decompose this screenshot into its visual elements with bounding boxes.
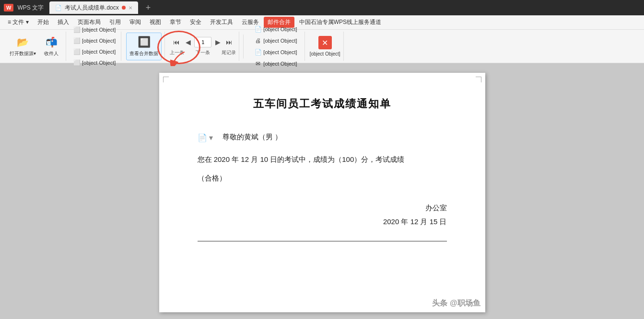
- watermark-text: 头条 @职场鱼: [432, 298, 480, 308]
- insert-next-icon: ⬜: [73, 37, 81, 44]
- merge-email-icon: ✉: [255, 60, 261, 67]
- toolbar: 📂 打开数据源▾ 📬 收件人 ⬜ [object Object] ⬜ [obje…: [0, 30, 644, 63]
- nav-controls-row: ⏮ ◀ ▶ ⏭: [171, 37, 234, 47]
- merge-new-doc-icon: 📄: [255, 26, 261, 33]
- close-button[interactable]: ✕: [318, 36, 332, 49]
- menu-file[interactable]: ≡ 文件 ▾: [4, 17, 33, 28]
- document-page: 五车间员工考试成绩通知单 📄 ▾ 尊敬的黄斌（男 ） 您在 2020 年 12 …: [159, 73, 485, 312]
- document-title: 五车间员工考试成绩通知单: [198, 97, 447, 111]
- menu-security[interactable]: 安全: [186, 17, 205, 28]
- menu-section[interactable]: 章节: [166, 17, 185, 28]
- next-item-label[interactable]: 下一条: [196, 49, 210, 56]
- tab-modified-dot: [122, 6, 126, 10]
- first-record-button[interactable]: ⏮: [171, 37, 182, 47]
- last-record-button[interactable]: ⏭: [224, 37, 234, 47]
- merge-new-doc-label: [object Object]: [263, 26, 297, 32]
- merge-area-shade-icon: ⬜: [73, 48, 81, 55]
- menu-view[interactable]: 视图: [146, 17, 165, 28]
- recipient-icon: 📄 ▾: [198, 131, 213, 145]
- footer-date: 2020 年 12 月 15 日: [198, 217, 447, 227]
- toolbar-group-view: 🔲 查看合并数据: [123, 32, 165, 61]
- merge-actions-group: 📄 [object Object] 🖨 [object Object] 📄 [o…: [250, 24, 301, 69]
- insert-field-group: ⬜ [object Object] ⬜ [object Object] ⬜ [o…: [71, 24, 118, 68]
- title-bar: W WPS 文字 📄 考试人员成绩单.docx ✕ +: [0, 0, 644, 15]
- toolbar-group-merge: 📄 [object Object] 🖨 [object Object] 📄 [o…: [247, 32, 304, 61]
- new-tab-button[interactable]: +: [146, 3, 151, 13]
- merge-print-label: [object Object]: [263, 38, 297, 44]
- merge-to-email-button[interactable]: ✉ [object Object]: [250, 58, 301, 69]
- merge-to-print-button[interactable]: 🖨 [object Object]: [250, 35, 301, 46]
- view-merge-data-label: 查看合并数据: [129, 50, 158, 57]
- open-data-source-button[interactable]: 📂 打开数据源▾: [7, 33, 39, 60]
- menu-insert[interactable]: 插入: [54, 17, 73, 28]
- insert-merge-field-icon: ⬜: [73, 26, 81, 33]
- view-merge-data-button[interactable]: 🔲 查看合并数据: [126, 33, 162, 60]
- recipient-text: 尊敬的黄斌（男 ）: [222, 130, 282, 143]
- title-bar-left: W WPS 文字: [4, 4, 44, 12]
- toolbar-group-insert: ⬜ [object Object] ⬜ [object Object] ⬜ [o…: [68, 32, 121, 61]
- view-merge-data-icon: 🔲: [137, 35, 151, 49]
- merge-diff-doc-label: [object Object]: [263, 49, 297, 55]
- field-mapping-button[interactable]: ⬜ [object Object]: [71, 57, 118, 68]
- toolbar-group-close: ✕ [object Object]: [307, 32, 344, 61]
- merge-print-icon: 🖨: [255, 37, 261, 44]
- merge-area-shade-label: [object Object]: [82, 49, 116, 55]
- address-book-label: 收件人: [44, 50, 59, 57]
- record-number-input[interactable]: [194, 37, 211, 47]
- nav-labels-row: 上一条 下一条 尾记录: [170, 49, 236, 56]
- tab-filename: 考试人员成绩单.docx: [65, 4, 119, 12]
- merge-to-diff-doc-button[interactable]: 📄 [object Object]: [250, 47, 301, 57]
- tab-close-icon[interactable]: ✕: [129, 5, 132, 11]
- field-mapping-label: [object Object]: [82, 60, 116, 66]
- insert-merge-field-label: [object Object]: [82, 27, 116, 33]
- body-paragraph-1: 您在 2020 年 12 月 10 日的考试中，成绩为（100）分，考试成绩: [198, 153, 447, 166]
- insert-next-field-button[interactable]: ⬜ [object Object]: [71, 35, 118, 46]
- document-bottom-line: [198, 241, 447, 241]
- toolbar-separator: [243, 34, 244, 58]
- menu-developer[interactable]: 开发工具: [206, 17, 237, 28]
- document-body: 📄 ▾ 尊敬的黄斌（男 ） 您在 2020 年 12 月 10 日的考试中，成绩…: [198, 130, 447, 184]
- menu-review[interactable]: 审阅: [126, 17, 145, 28]
- merge-area-shade-button[interactable]: ⬜ [object Object]: [71, 46, 118, 57]
- address-book-button[interactable]: 📬 收件人: [40, 33, 63, 60]
- recipient-row: 📄 ▾ 尊敬的黄斌（男 ）: [198, 130, 447, 145]
- tail-record-label[interactable]: 尾记录: [222, 49, 236, 56]
- merge-email-label: [object Object]: [263, 61, 297, 67]
- body-paragraph-2: （合格）: [198, 171, 447, 184]
- toolbar-group-nav: ⏮ ◀ ▶ ⏭ 上一条 下一条 尾记录: [167, 32, 239, 61]
- prev-record-button[interactable]: ◀: [183, 37, 193, 47]
- address-book-icon: 📬: [45, 35, 58, 49]
- corner-mark-tr: [476, 77, 481, 82]
- toolbar-group-data: 📂 打开数据源▾ 📬 收件人: [4, 32, 66, 61]
- corner-mark-tl: [163, 77, 169, 82]
- wps-app-name: WPS 文字: [17, 4, 44, 12]
- menu-home[interactable]: 开始: [34, 17, 53, 28]
- insert-next-label: [object Object]: [82, 38, 116, 44]
- wps-logo: W: [4, 4, 13, 11]
- document-area: 五车间员工考试成绩通知单 📄 ▾ 尊敬的黄斌（男 ） 您在 2020 年 12 …: [0, 63, 644, 319]
- open-data-icon: 📂: [16, 35, 30, 49]
- merge-to-new-doc-button[interactable]: 📄 [object Object]: [250, 24, 301, 34]
- menu-cnpc-service[interactable]: 中国石油专属WPS线上服务通道: [295, 17, 385, 28]
- insert-merge-field-button[interactable]: ⬜ [object Object]: [71, 24, 118, 35]
- doc-tab-icon: 📄: [55, 5, 62, 11]
- field-mapping-icon: ⬜: [73, 59, 81, 66]
- document-footer: 办公室 2020 年 12 月 15 日: [198, 204, 447, 227]
- prev-item-label[interactable]: 上一条: [170, 49, 184, 56]
- next-record-button[interactable]: ▶: [212, 37, 223, 47]
- document-tab[interactable]: 📄 考试人员成绩单.docx ✕: [49, 1, 138, 14]
- merge-diff-doc-icon: 📄: [255, 49, 261, 56]
- open-data-label: 打开数据源▾: [10, 50, 36, 57]
- close-label: [object Object]: [310, 51, 340, 57]
- footer-office: 办公室: [198, 204, 447, 213]
